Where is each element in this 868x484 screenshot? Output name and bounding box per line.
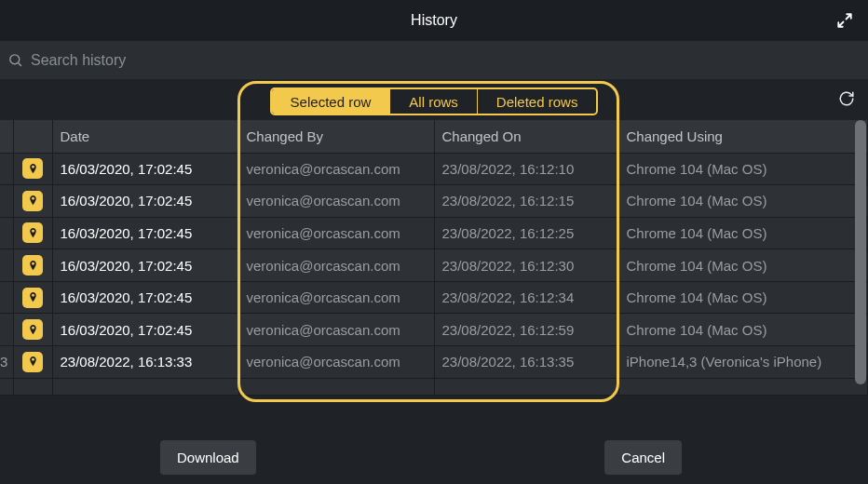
location-pin-icon (22, 158, 43, 179)
search-input[interactable] (31, 52, 861, 69)
col-changed-by[interactable]: Changed By (238, 120, 434, 153)
cell-changed-on: 23/08/2022, 16:12:25 (434, 217, 618, 249)
location-pin-icon (22, 222, 43, 243)
table-row[interactable]: 323/08/2022, 16:13:33veronica@orcascan.c… (0, 346, 868, 379)
cell-pin[interactable] (13, 314, 52, 346)
cell-changed-by: veronica@orcascan.com (238, 185, 434, 218)
cell-changed-using: Chrome 104 (Mac OS) (618, 249, 868, 282)
cell-changed-on: 23/08/2022, 16:13:35 (434, 346, 618, 379)
cell-changed-on: 23/08/2022, 16:12:59 (434, 314, 618, 346)
col-stub (0, 120, 13, 153)
row-stub (0, 185, 13, 218)
col-changed-on[interactable]: Changed On (434, 120, 618, 153)
table-row[interactable]: 16/03/2020, 17:02:45veronica@orcascan.co… (0, 314, 868, 346)
cell-pin[interactable] (13, 217, 52, 249)
cell-changed-using: Chrome 104 (Mac OS) (618, 314, 868, 346)
search-icon (7, 52, 23, 68)
location-pin-icon (22, 352, 43, 372)
cell-changed-by: veronica@orcascan.com (238, 217, 434, 249)
tab-all-rows[interactable]: All rows (389, 89, 477, 114)
cell-changed-using: Chrome 104 (Mac OS) (618, 217, 868, 249)
cell-pin[interactable] (13, 153, 52, 185)
table-row[interactable]: 16/03/2020, 17:02:45veronica@orcascan.co… (0, 217, 868, 249)
location-pin-icon (22, 255, 43, 276)
cell-changed-by: veronica@orcascan.com (238, 153, 434, 185)
cell-date: 16/03/2020, 17:02:45 (52, 217, 238, 249)
table-row[interactable]: 16/03/2020, 17:02:45veronica@orcascan.co… (0, 281, 868, 314)
cell-date: 16/03/2020, 17:02:45 (52, 314, 238, 346)
table-header-row: Date Changed By Changed On Changed Using (0, 120, 868, 153)
cell-date: 16/03/2020, 17:02:45 (52, 153, 238, 185)
cell-date: 23/08/2022, 16:13:33 (52, 346, 238, 379)
tabs-row: Selected row All rows Deleted rows (0, 83, 868, 120)
col-date[interactable]: Date (52, 120, 238, 153)
row-stub: 3 (0, 346, 13, 379)
cell-pin[interactable] (13, 281, 52, 314)
cell-changed-by: veronica@orcascan.com (238, 249, 434, 282)
col-pin (13, 120, 52, 153)
tab-selected-row[interactable]: Selected row (272, 89, 390, 114)
table-row[interactable]: 16/03/2020, 17:02:45veronica@orcascan.co… (0, 249, 868, 282)
col-changed-using[interactable]: Changed Using (618, 120, 868, 153)
footer: Download Cancel (0, 430, 868, 484)
table-wrap: Date Changed By Changed On Changed Using… (0, 120, 868, 430)
table-row[interactable]: 16/03/2020, 17:02:45veronica@orcascan.co… (0, 153, 868, 185)
cell-changed-on: 23/08/2022, 16:12:34 (434, 281, 618, 314)
cell-changed-using: Chrome 104 (Mac OS) (618, 281, 868, 314)
row-stub (0, 249, 13, 282)
svg-point-0 (10, 55, 20, 64)
cell-changed-using: Chrome 104 (Mac OS) (618, 153, 868, 185)
row-stub (0, 153, 13, 185)
cell-pin[interactable] (13, 346, 52, 379)
refresh-button[interactable] (838, 90, 855, 111)
cell-changed-by: veronica@orcascan.com (238, 346, 434, 379)
svg-line-1 (19, 63, 21, 66)
cancel-button[interactable]: Cancel (604, 440, 682, 475)
modal-title: History (411, 12, 457, 29)
row-stub (0, 281, 13, 314)
location-pin-icon (22, 288, 43, 308)
tabs: Selected row All rows Deleted rows (270, 87, 599, 115)
history-table: Date Changed By Changed On Changed Using… (0, 120, 868, 396)
expand-icon (836, 12, 853, 29)
search-bar (0, 41, 868, 79)
cell-changed-on: 23/08/2022, 16:12:15 (434, 185, 618, 218)
row-stub (0, 217, 13, 249)
download-button[interactable]: Download (160, 440, 256, 475)
row-stub (0, 314, 13, 346)
cell-changed-by: veronica@orcascan.com (238, 314, 434, 346)
cell-changed-using: Chrome 104 (Mac OS) (618, 185, 868, 218)
cell-date: 16/03/2020, 17:02:45 (52, 185, 238, 218)
cell-pin[interactable] (13, 249, 52, 282)
cell-changed-by: veronica@orcascan.com (238, 281, 434, 314)
modal-header: History (0, 0, 868, 41)
cell-changed-on: 23/08/2022, 16:12:10 (434, 153, 618, 185)
cell-changed-using: iPhone14,3 (Veronica's iPhone) (618, 346, 868, 379)
expand-button[interactable] (834, 10, 855, 31)
table-row-partial (0, 378, 868, 395)
refresh-icon (838, 90, 855, 107)
cell-date: 16/03/2020, 17:02:45 (52, 249, 238, 282)
scrollbar-track[interactable] (855, 120, 866, 430)
cell-changed-on: 23/08/2022, 16:12:30 (434, 249, 618, 282)
table-row[interactable]: 16/03/2020, 17:02:45veronica@orcascan.co… (0, 185, 868, 218)
cell-date: 16/03/2020, 17:02:45 (52, 281, 238, 314)
cell-pin[interactable] (13, 185, 52, 218)
scrollbar-thumb[interactable] (855, 120, 866, 384)
tab-deleted-rows[interactable]: Deleted rows (477, 89, 597, 114)
location-pin-icon (22, 191, 43, 211)
location-pin-icon (22, 319, 43, 340)
